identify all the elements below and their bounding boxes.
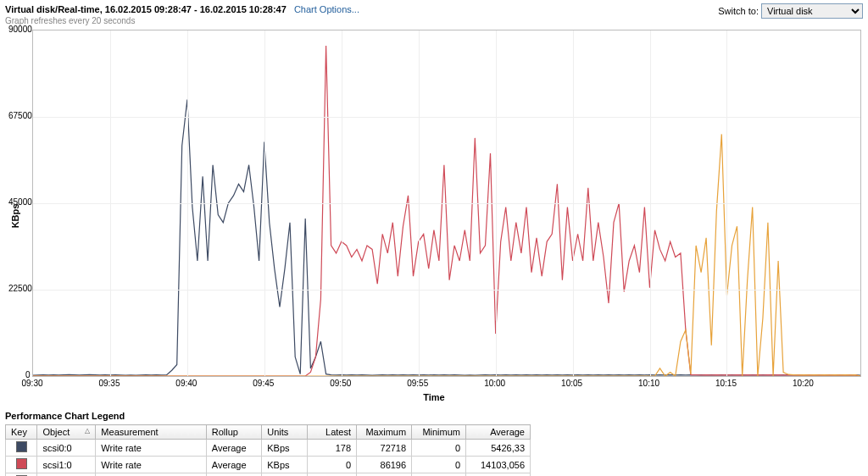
series-scsi1:0 <box>33 46 860 376</box>
cell-average: 5426,33 <box>466 440 531 457</box>
cell-object: scsi0:0 <box>37 440 96 457</box>
x-tick: 09:50 <box>330 379 351 388</box>
key-swatch <box>16 441 27 452</box>
legend-title: Performance Chart Legend <box>5 411 863 421</box>
legend-header-row[interactable]: Key Object△ Measurement Rollup Units Lat… <box>6 425 531 440</box>
x-tick: 09:40 <box>175 379 197 388</box>
col-average[interactable]: Average <box>466 425 531 440</box>
y-tick: 90000 <box>8 25 32 34</box>
col-units[interactable]: Units <box>262 425 308 440</box>
col-minimum[interactable]: Minimum <box>412 425 466 440</box>
switch-to-label: Switch to: <box>718 6 759 16</box>
legend-table: Key Object△ Measurement Rollup Units Lat… <box>5 424 531 476</box>
chart-area: KBps Time 02250045000675009000009:3009:3… <box>5 30 863 402</box>
x-tick: 09:35 <box>98 379 120 388</box>
x-tick: 10:20 <box>793 379 814 388</box>
cell-maximum: 86196 <box>357 457 412 473</box>
x-axis-label: Time <box>423 392 444 402</box>
series-scsi1:1 <box>33 135 860 377</box>
cell-latest: 0 <box>307 457 356 473</box>
page-title: Virtual disk/Real-time, 16.02.2015 09:28… <box>5 4 287 14</box>
x-tick: 10:00 <box>484 379 505 388</box>
x-tick: 10:15 <box>715 379 737 388</box>
series-scsi0:0 <box>33 100 860 376</box>
sort-asc-icon: △ <box>85 427 90 434</box>
y-tick: 67500 <box>8 111 32 120</box>
cell-measurement: Write rate <box>96 440 206 457</box>
x-tick: 09:55 <box>407 379 428 388</box>
col-object[interactable]: Object△ <box>37 425 96 440</box>
col-maximum[interactable]: Maximum <box>357 425 412 440</box>
cell-rollup: Average <box>206 440 261 457</box>
col-key[interactable]: Key <box>6 425 37 440</box>
y-tick: 22500 <box>8 284 32 293</box>
cell-units: KBps <box>262 457 308 473</box>
chart-options-link[interactable]: Chart Options... <box>294 4 359 14</box>
key-swatch <box>16 458 27 469</box>
switch-to-block: Switch to: Virtual disk <box>718 3 863 19</box>
cell-object: scsi1:0 <box>37 457 96 473</box>
col-measurement[interactable]: Measurement <box>96 425 206 440</box>
switch-to-select[interactable]: Virtual disk <box>761 3 863 19</box>
cell-rollup: Average <box>206 457 261 473</box>
refresh-note: Graph refreshes every 20 seconds <box>5 15 359 26</box>
y-tick: 45000 <box>8 197 32 207</box>
x-tick: 09:30 <box>21 379 42 388</box>
cell-minimum: 0 <box>412 440 466 457</box>
x-tick: 09:45 <box>253 379 274 388</box>
col-rollup[interactable]: Rollup <box>206 425 261 440</box>
x-tick: 10:10 <box>638 379 659 388</box>
table-row[interactable]: scsi1:0Write rateAverageKBps086196014103… <box>6 457 531 473</box>
cell-latest: 178 <box>307 440 356 457</box>
plot-box[interactable] <box>32 30 861 377</box>
cell-measurement: Write rate <box>96 457 206 473</box>
cell-maximum: 72718 <box>357 440 412 457</box>
x-tick: 10:05 <box>561 379 582 388</box>
cell-minimum: 0 <box>412 457 466 473</box>
col-latest[interactable]: Latest <box>307 425 356 440</box>
cell-average: 14103,056 <box>466 457 531 473</box>
table-row[interactable]: scsi0:0Write rateAverageKBps178727180542… <box>6 440 531 457</box>
cell-units: KBps <box>262 440 308 457</box>
y-axis-label: KBps <box>10 204 20 229</box>
